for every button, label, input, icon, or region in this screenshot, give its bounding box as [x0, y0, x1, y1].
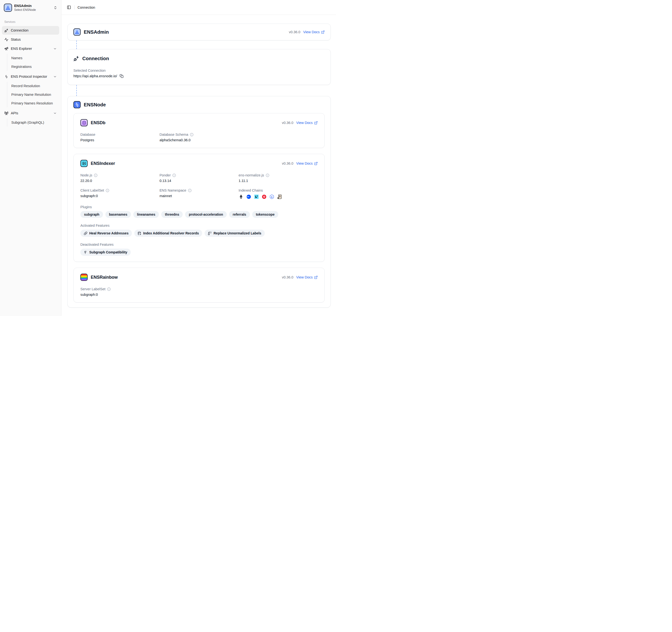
- feature-badge: Replace Unnormalized Labels: [205, 229, 265, 237]
- sidebar-toggle-button[interactable]: [65, 4, 72, 11]
- ensadmin-card: ENSAdmin v0.36.0 View Docs: [67, 24, 331, 41]
- nodejs-field: Node.js 22.20.0: [80, 173, 160, 183]
- sidebar-nav: Connection Status ENS Explorer Names Reg…: [2, 26, 59, 127]
- indexed-chains-label: Indexed Chains: [239, 189, 263, 192]
- copy-icon: [120, 74, 123, 78]
- apis-subnav: Subgraph (GraphQL): [7, 118, 59, 127]
- info-icon[interactable]: [188, 189, 192, 192]
- ens-mark-icon: [4, 75, 8, 79]
- plug-zap-icon: [73, 55, 79, 62]
- ensadmin-app-icon: [73, 28, 81, 35]
- subgraph-icon: [84, 250, 87, 254]
- sidebar-item-label: Record Resolution: [11, 84, 40, 88]
- client-labelset-label: Client LabelSet: [80, 189, 104, 192]
- pill-icon: [84, 232, 87, 235]
- plugin-badge: subgraph: [80, 211, 103, 218]
- server-labelset-label: Server LabelSet: [80, 287, 105, 291]
- ethereum-chain-icon: [239, 194, 244, 199]
- sidebar-item-primary-names-resolution[interactable]: Primary Names Resolution: [9, 99, 59, 107]
- chevron-down-icon: [53, 47, 57, 51]
- ens-normalize-value: 1.11.1: [239, 179, 318, 183]
- indexed-chains-field: Indexed Chains: [239, 189, 318, 199]
- radio-tower-icon: [4, 111, 8, 115]
- page-header: Connection: [62, 0, 336, 15]
- header-divider: [74, 5, 75, 9]
- base-chain-icon: [246, 194, 251, 199]
- ensnode-switcher[interactable]: ENSAdmin Select ENSNode: [2, 2, 59, 14]
- info-icon[interactable]: [172, 173, 176, 177]
- ponder-label: Ponder: [160, 173, 171, 177]
- ensnode-card-title: ENSNode: [84, 102, 106, 107]
- copy-url-button[interactable]: [120, 74, 123, 78]
- info-icon[interactable]: [106, 189, 109, 192]
- plug-zap-icon: [4, 28, 8, 32]
- ensadmin-logo: [4, 4, 12, 12]
- sidebar-item-apis[interactable]: APIs: [2, 109, 59, 118]
- database-schema-value: alphaSchema0.36.0: [160, 138, 239, 142]
- chevron-down-icon: [53, 75, 57, 78]
- sidebar-item-ens-explorer[interactable]: ENS Explorer: [2, 44, 59, 53]
- sidebar-item-record-resolution[interactable]: Record Resolution: [9, 82, 59, 90]
- ensindexer-card: ENSIndexer v0.36.0 View Docs Node.js: [73, 154, 325, 262]
- sidebar-item-label: Names: [11, 56, 22, 60]
- app-name: ENSAdmin: [14, 4, 51, 8]
- sidebar-item-label: APIs: [11, 111, 51, 115]
- server-labelset-value: subgraph:0: [80, 293, 318, 296]
- sidebar-item-label: ENS Explorer: [11, 47, 51, 51]
- ensrainbow-view-docs-link[interactable]: View Docs: [296, 275, 318, 279]
- info-icon[interactable]: [94, 173, 97, 177]
- ensadmin-view-docs-link[interactable]: View Docs: [303, 30, 325, 34]
- activated-features-list: Heal Reverse Addresses Index Additional …: [80, 229, 318, 237]
- ens-explorer-subnav: Names Registrations: [7, 54, 59, 71]
- ensindexer-view-docs-link[interactable]: View Docs: [296, 162, 318, 165]
- ensdb-card: ENSDb v0.36.0 View Docs Database Postgre…: [73, 113, 325, 148]
- sidebar-item-status[interactable]: Status: [2, 35, 59, 44]
- sidebar-item-ens-protocol-inspector[interactable]: ENS Protocol Inspector: [2, 72, 59, 81]
- sidebar-item-subgraph-graphql[interactable]: Subgraph (GraphQL): [9, 118, 59, 127]
- connection-url: https://api.alpha.ensnode.io/: [73, 74, 117, 78]
- external-link-icon: [314, 275, 318, 279]
- ens-normalize-field: ens-normalize.js 1.11.1: [239, 173, 318, 183]
- sidebar-item-label: Registrations: [11, 65, 32, 69]
- sidebar-item-registrations[interactable]: Registrations: [9, 63, 59, 71]
- database-field: Database Postgres: [80, 132, 160, 142]
- client-labelset-value: subgraph:0: [80, 194, 160, 198]
- deactivated-features-list: Subgraph Compatibility: [80, 249, 318, 256]
- feature-badge: Index Additional Resolver Records: [134, 229, 202, 237]
- plugin-badge: basenames: [105, 211, 131, 218]
- client-labelset-field: Client LabelSet subgraph:0: [80, 189, 160, 199]
- sidebar-item-primary-name-resolution[interactable]: Primary Name Resolution: [9, 91, 59, 99]
- info-icon[interactable]: [107, 287, 111, 291]
- chevrons-up-down-icon: [53, 6, 57, 9]
- view-docs-label: View Docs: [296, 121, 313, 125]
- sidebar-item-connection[interactable]: Connection: [2, 26, 59, 35]
- main-area: Connection ENSAdmin v0.36.0: [62, 0, 336, 316]
- nodejs-label: Node.js: [80, 173, 92, 177]
- connection-card: Connection Selected Connection https://a…: [67, 49, 331, 85]
- plugin-badge: referrals: [229, 211, 250, 218]
- external-link-icon: [314, 121, 318, 125]
- sidebar-item-label: Subgraph (GraphQL): [11, 121, 44, 124]
- selected-connection-label: Selected Connection: [73, 69, 325, 72]
- plugins-list: subgraph basenames lineanames threedns p…: [80, 211, 318, 218]
- sidebar: ENSAdmin Select ENSNode Services Connect…: [0, 0, 62, 316]
- ens-namespace-field: ENS Namespace mainnet: [160, 189, 239, 199]
- sidebar-item-label: Primary Name Resolution: [11, 93, 51, 97]
- ensdb-app-icon: [80, 119, 88, 126]
- info-icon[interactable]: [266, 173, 269, 177]
- ensdb-view-docs-link[interactable]: View Docs: [296, 121, 318, 125]
- sidebar-item-names[interactable]: Names: [9, 54, 59, 62]
- ensindexer-app-icon: [80, 160, 88, 167]
- app-subtitle: Select ENSNode: [14, 8, 51, 11]
- database-label: Database: [80, 132, 160, 137]
- database-schema-label: Database Schema: [160, 132, 188, 137]
- ponder-field: Ponder 0.13.14: [160, 173, 239, 183]
- deactivated-features-label: Deactivated Features: [80, 243, 318, 246]
- info-icon[interactable]: [190, 133, 193, 137]
- plugin-badge: tokenscope: [252, 211, 278, 218]
- ens-normalize-label: ens-normalize.js: [239, 173, 264, 177]
- ensdb-version: v0.36.0: [282, 121, 293, 125]
- ens-namespace-value: mainnet: [160, 194, 239, 198]
- ens-namespace-label: ENS Namespace: [160, 189, 186, 192]
- ensrainbow-card: ENSRainbow v0.36.0 View Docs Server Labe…: [73, 268, 325, 302]
